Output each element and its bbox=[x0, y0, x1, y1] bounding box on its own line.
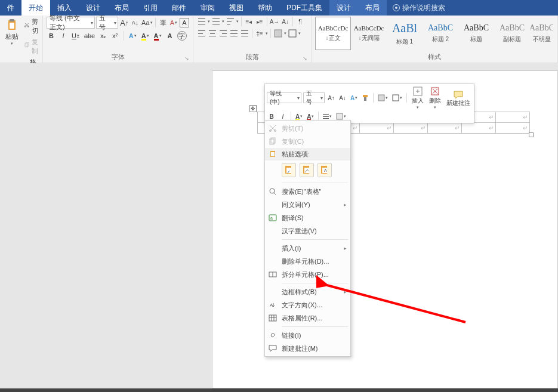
shrink-font-button[interactable]: A↓ bbox=[130, 18, 140, 27]
mini-delete-button[interactable]: 删除▾ bbox=[427, 86, 443, 110]
style-normal[interactable]: AaBbCcDc↓正文 bbox=[315, 17, 351, 50]
svg-rect-17 bbox=[337, 113, 343, 119]
align-right-button[interactable] bbox=[218, 29, 228, 38]
mini-borders[interactable] bbox=[391, 93, 403, 103]
cut-button[interactable]: 剪切 bbox=[23, 17, 42, 36]
ctx-translate[interactable]: а 翻译(S) bbox=[265, 211, 350, 224]
ctx-border-styles[interactable]: 边框样式(B) ▸ bbox=[265, 285, 350, 298]
paste-keep-source[interactable] bbox=[282, 163, 296, 177]
shading-button[interactable] bbox=[273, 29, 283, 38]
svg-rect-25 bbox=[286, 168, 291, 173]
increase-indent-button[interactable]: ▸≡ bbox=[255, 17, 264, 26]
highlight-button[interactable]: A bbox=[140, 31, 150, 41]
table-resize-handle[interactable] bbox=[529, 132, 534, 137]
paste-button[interactable]: 粘贴 ▾ bbox=[4, 17, 20, 47]
ctx-reselect-cjk[interactable]: 汉字重选(V) bbox=[265, 224, 350, 237]
bold-button[interactable]: B bbox=[47, 31, 56, 41]
superscript-button[interactable]: x² bbox=[110, 31, 120, 41]
italic-button[interactable]: I bbox=[58, 31, 68, 41]
ctx-paste-options-header: 粘贴选项: bbox=[265, 148, 350, 160]
tab-review[interactable]: 审阅 bbox=[193, 0, 222, 16]
styles-gallery[interactable]: AaBbCcDc↓正文 AaBbCcDc↓无间隔 AaBl标题 1 AaBbC标… bbox=[315, 17, 554, 50]
tab-mailings[interactable]: 邮件 bbox=[165, 0, 193, 16]
ctx-link[interactable]: 链接(I) bbox=[265, 329, 350, 342]
numbering-button[interactable] bbox=[211, 17, 221, 26]
tab-references[interactable]: 引用 bbox=[136, 0, 165, 16]
table-move-handle[interactable]: ✥ bbox=[249, 105, 257, 112]
tab-help[interactable]: 帮助 bbox=[251, 0, 279, 16]
mini-text-effects[interactable]: A bbox=[349, 93, 359, 103]
style-heading1[interactable]: AaBl标题 1 bbox=[387, 17, 423, 50]
align-left-button[interactable] bbox=[197, 29, 206, 38]
paste-text-only[interactable]: A bbox=[317, 163, 332, 177]
font-size-combo[interactable]: 五号 bbox=[96, 17, 118, 29]
paragraph-launcher-icon[interactable]: ↘ bbox=[303, 55, 307, 61]
show-marks-button[interactable]: ¶ bbox=[295, 17, 305, 26]
ctx-copy[interactable]: 复制(C) bbox=[265, 135, 350, 148]
subscript-button[interactable]: x₂ bbox=[98, 31, 108, 41]
ltr-button[interactable]: A→ bbox=[270, 17, 279, 26]
font-color-button[interactable]: A bbox=[153, 31, 163, 41]
ctx-synonyms[interactable]: 同义词(Y) ▸ bbox=[265, 198, 350, 211]
paste-merge-formatting[interactable] bbox=[300, 163, 314, 177]
mini-font-name[interactable]: 等线 (中) bbox=[267, 92, 301, 103]
decrease-indent-button[interactable]: ≡◂ bbox=[244, 17, 254, 26]
style-heading2[interactable]: AaBbC标题 2 bbox=[423, 17, 458, 50]
mini-format-painter[interactable] bbox=[360, 93, 370, 103]
font-name-combo[interactable]: 等线 (中文正文) bbox=[47, 17, 95, 29]
tab-view[interactable]: 视图 bbox=[222, 0, 251, 16]
style-title[interactable]: AaBbC标题 bbox=[458, 17, 494, 50]
mini-font-size[interactable]: 五号 bbox=[303, 92, 325, 103]
multilevel-button[interactable] bbox=[226, 17, 235, 26]
tab-layout[interactable]: 布局 bbox=[107, 0, 136, 16]
mini-shading[interactable] bbox=[377, 93, 389, 103]
mini-insert-button[interactable]: 插入▾ bbox=[410, 86, 426, 110]
clear-formatting-button[interactable]: A bbox=[169, 18, 178, 27]
ctx-table-properties[interactable]: 表格属性(R)... bbox=[265, 311, 350, 325]
phonetic-guide-button[interactable]: 睪 bbox=[158, 18, 168, 27]
svg-text:а: а bbox=[270, 216, 273, 220]
borders-button[interactable] bbox=[288, 29, 297, 38]
ctx-split-cells[interactable]: 拆分单元格(P)... bbox=[265, 268, 350, 281]
grow-font-button[interactable]: A↑ bbox=[119, 18, 129, 27]
style-subtle[interactable]: AaBbC不明显 bbox=[530, 17, 554, 50]
scissors-icon bbox=[24, 22, 30, 30]
char-border-button[interactable]: A bbox=[180, 18, 189, 27]
underline-button[interactable]: U bbox=[70, 31, 81, 41]
enclosed-chars-button[interactable]: 字 bbox=[177, 31, 187, 41]
text-effects-button[interactable]: A bbox=[128, 31, 138, 41]
copy-button[interactable]: 复制 bbox=[23, 37, 42, 56]
line-spacing-button[interactable]: ‡≡ bbox=[255, 29, 264, 38]
align-center-button[interactable] bbox=[208, 29, 217, 38]
bullets-button[interactable] bbox=[197, 17, 206, 26]
lightbulb-icon bbox=[393, 4, 400, 11]
tab-home[interactable]: 开始 bbox=[21, 0, 50, 16]
tab-table-design[interactable]: 设计 bbox=[329, 0, 358, 16]
font-launcher-icon[interactable]: ↘ bbox=[184, 55, 189, 61]
tell-me-search[interactable]: 操作说明搜索 bbox=[387, 0, 451, 16]
ctx-new-comment[interactable]: 新建批注(M) bbox=[265, 342, 350, 355]
ctx-delete-cells[interactable]: 删除单元格(D)... bbox=[265, 255, 350, 268]
mini-grow-font[interactable]: A↑ bbox=[326, 93, 336, 103]
tab-file[interactable]: 件 bbox=[0, 0, 21, 16]
tab-pdf-tools[interactable]: PDF工具集 bbox=[279, 0, 329, 16]
group-paragraph-label: 段落↘ bbox=[197, 51, 307, 63]
mini-new-comment-button[interactable]: 新建批注 bbox=[445, 89, 472, 106]
ctx-text-direction[interactable]: A 文字方向(X)... bbox=[265, 298, 350, 311]
tab-table-layout[interactable]: 布局 bbox=[358, 0, 387, 16]
change-case-button[interactable]: Aa bbox=[141, 18, 153, 27]
char-shading-button[interactable]: A bbox=[165, 31, 175, 41]
mini-shrink-font[interactable]: A↓ bbox=[338, 93, 347, 103]
insert-icon bbox=[412, 86, 423, 97]
style-no-spacing[interactable]: AaBbCcDc↓无间隔 bbox=[351, 17, 387, 50]
copy-icon bbox=[24, 42, 30, 51]
style-subtitle[interactable]: AaBbC副标题 bbox=[494, 17, 530, 50]
ctx-search[interactable]: 搜索(E)"表格" bbox=[265, 185, 350, 198]
ctx-cut[interactable]: 剪切(T) bbox=[265, 122, 350, 135]
sort-button[interactable]: A↓ bbox=[280, 17, 290, 26]
context-menu: 剪切(T) 复制(C) 粘贴选项: A 搜索(E)"表格" 同义词(Y) ▸ а… bbox=[264, 120, 351, 357]
strikethrough-button[interactable]: abc bbox=[83, 31, 96, 41]
distribute-button[interactable] bbox=[240, 29, 249, 38]
justify-button[interactable] bbox=[229, 29, 239, 38]
ctx-insert[interactable]: 插入(I) ▸ bbox=[265, 242, 350, 255]
